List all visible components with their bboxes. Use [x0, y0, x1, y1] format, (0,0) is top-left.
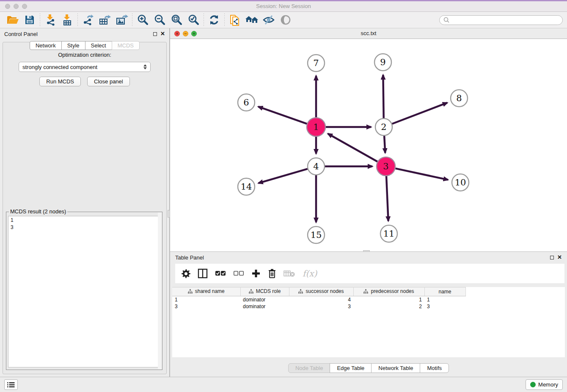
app-window: Session: New Session	[0, 0, 567, 392]
search-input[interactable]	[450, 17, 559, 23]
graph-node-label: 3	[383, 161, 388, 171]
table-cell[interactable]: 3	[289, 303, 353, 310]
export-table-icon[interactable]	[96, 13, 113, 27]
column-header-shared-name[interactable]: shared name	[172, 287, 240, 296]
graph-edge-1-6[interactable]	[258, 107, 307, 124]
criterion-select[interactable]: strongly connected component	[19, 62, 151, 72]
float-panel-icon[interactable]	[153, 32, 157, 36]
graph-node-label: 8	[456, 93, 462, 103]
control-panel: Control Panel ✕ NetworkStyleSelectMCDS O…	[0, 28, 170, 377]
table-cell[interactable]: dominator	[240, 296, 289, 303]
gear-icon[interactable]	[181, 267, 190, 280]
graph-edge-2-3[interactable]	[384, 136, 385, 153]
zoom-fit-icon[interactable]	[168, 13, 185, 27]
graph-edge-2-9[interactable]	[383, 75, 383, 118]
tab-node-table[interactable]: Node Table	[288, 363, 330, 373]
network-canvas[interactable]: 7968124314101511	[170, 39, 567, 251]
import-table-icon[interactable]	[59, 13, 76, 27]
tab-motifs[interactable]: Motifs	[420, 363, 449, 373]
status-bar: Memory	[0, 377, 567, 392]
toolbar-separator	[77, 14, 78, 26]
delete-column-icon[interactable]	[268, 267, 276, 280]
close-panel-icon[interactable]: ✕	[557, 255, 562, 259]
node-table[interactable]: shared nameMCDS rolesuccessor nodesprede…	[172, 287, 565, 357]
hide-eye-icon[interactable]	[260, 13, 277, 27]
search-box[interactable]	[439, 15, 563, 25]
graph-edge-3-11[interactable]	[386, 176, 388, 221]
criterion-value: strongly connected component	[22, 64, 97, 70]
table-cell[interactable]: 4	[289, 296, 353, 303]
table-cell[interactable]: 1	[172, 296, 240, 303]
network-close-button[interactable]: ×	[174, 31, 180, 36]
houses-icon[interactable]	[243, 13, 260, 27]
window-titlebar: Session: New Session	[0, 1, 567, 12]
mcds-result-group: MCDS result (2 nodes) 1 3	[6, 212, 162, 370]
deselect-checkboxes-icon[interactable]	[233, 267, 244, 280]
save-session-icon[interactable]	[21, 13, 38, 27]
close-window-button[interactable]	[5, 4, 10, 9]
table-row[interactable]: 3dominator323	[172, 303, 465, 310]
column-header-successor-nodes[interactable]: successor nodes	[289, 287, 353, 296]
graph-node-label: 11	[383, 229, 395, 239]
eye-icon[interactable]	[277, 13, 294, 27]
network-title: scc.txt	[170, 28, 567, 39]
export-network-icon[interactable]	[80, 13, 96, 27]
table-panel-title: Table Panel	[175, 254, 204, 261]
toolbar-separator	[40, 14, 40, 26]
toolbar-separator	[224, 14, 225, 26]
network-graph: 7968124314101511	[170, 39, 566, 251]
table-tabs: Node TableEdge TableNetwork TableMotifs	[170, 363, 567, 373]
graph-edge-2-8[interactable]	[392, 103, 447, 124]
zoom-selected-icon[interactable]	[185, 13, 202, 27]
network-minimize-button[interactable]: −	[183, 31, 188, 36]
table-row[interactable]: 1dominator411	[172, 296, 465, 303]
column-header-predecessor-nodes[interactable]: predecessor nodes	[353, 287, 424, 296]
table-cell[interactable]: dominator	[240, 303, 289, 310]
mcds-panel: Optimization criterion: strongly connect…	[3, 42, 167, 374]
tab-network-table[interactable]: Network Table	[371, 363, 420, 373]
table-cell[interactable]: 1	[424, 296, 465, 303]
tab-style[interactable]: Style	[61, 41, 85, 50]
tab-edge-table[interactable]: Edge Table	[330, 363, 372, 373]
delete-table-icon[interactable]	[284, 267, 295, 280]
open-file-icon[interactable]	[4, 13, 21, 27]
graph-edge-3-1[interactable]	[328, 134, 377, 162]
split-columns-icon[interactable]	[198, 267, 208, 280]
select-all-checkboxes-icon[interactable]	[215, 267, 226, 280]
memory-button[interactable]: Memory	[526, 379, 563, 390]
zoom-window-button[interactable]	[22, 4, 27, 9]
refresh-icon[interactable]	[206, 13, 223, 27]
graph-node-label: 15	[311, 230, 322, 240]
column-header-MCDS-role[interactable]: MCDS role	[240, 287, 289, 296]
splitpane-handle[interactable]	[168, 210, 170, 218]
result-scrollbar[interactable]	[158, 213, 162, 369]
zoom-out-icon[interactable]	[151, 13, 168, 27]
table-cell[interactable]: 3	[172, 303, 240, 310]
run-mcds-button[interactable]: Run MCDS	[39, 77, 81, 86]
optimization-criterion-label: Optimization criterion:	[3, 52, 166, 58]
close-panel-icon[interactable]: ✕	[160, 32, 165, 36]
search-icon	[443, 17, 450, 23]
network-maximize-button[interactable]: +	[191, 31, 197, 36]
import-network-icon[interactable]	[42, 13, 59, 27]
export-image-icon[interactable]	[113, 13, 130, 27]
tab-network[interactable]: Network	[30, 41, 62, 50]
zoom-in-icon[interactable]	[134, 13, 151, 27]
table-cell[interactable]: 1	[353, 296, 424, 303]
mcds-result-text[interactable]: 1 3	[8, 216, 160, 367]
close-panel-button[interactable]: Close panel	[87, 77, 130, 86]
graph-edge-4-14[interactable]	[259, 169, 308, 183]
tab-mcds[interactable]: MCDS	[112, 41, 140, 50]
minimize-window-button[interactable]	[14, 4, 19, 9]
copy-network-icon[interactable]	[226, 13, 243, 27]
table-cell[interactable]: 3	[424, 303, 465, 310]
column-header-name[interactable]: name	[424, 287, 465, 296]
float-panel-icon[interactable]	[550, 256, 554, 259]
tab-select[interactable]: Select	[85, 41, 112, 50]
function-builder-icon[interactable]: f(x)	[303, 267, 317, 280]
table-cell[interactable]: 2	[353, 303, 424, 310]
add-column-icon[interactable]	[251, 267, 261, 280]
task-history-button[interactable]	[4, 379, 18, 390]
control-panel-title: Control Panel	[4, 31, 38, 37]
graph-edge-3-10[interactable]	[395, 168, 448, 180]
